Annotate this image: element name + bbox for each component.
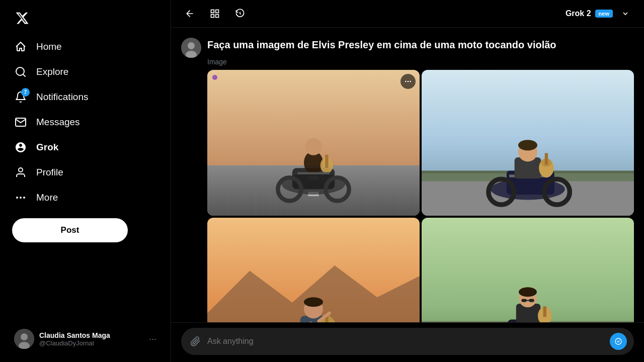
svg-point-29 (408, 81, 409, 82)
person-icon (14, 166, 27, 179)
post-button[interactable]: Post (12, 218, 128, 242)
ask-input[interactable] (207, 337, 605, 346)
image-grid: em Las Vegas (207, 70, 634, 322)
input-bar (171, 322, 644, 362)
svg-rect-70 (529, 299, 534, 302)
sidebar-item-grok[interactable]: Grok (8, 136, 163, 159)
image-label: Image (207, 58, 634, 66)
send-button[interactable] (610, 333, 627, 350)
attach-button[interactable] (188, 334, 202, 348)
sidebar-item-profile[interactable]: Profile (8, 161, 163, 184)
image-cell-3: em Las Vegas (207, 218, 420, 322)
sidebar-item-notifications[interactable]: 7 Notifications (8, 85, 163, 109)
main-content: Grok 2 new Faça uma imagem de Elvis Pres… (171, 0, 644, 362)
back-button[interactable] (181, 5, 198, 22)
sidebar-item-more[interactable]: More (8, 186, 163, 209)
history-button[interactable] (231, 5, 249, 22)
image-cell-4: tocando piano (422, 218, 634, 322)
sidebar-item-grok-label: Grok (36, 142, 58, 153)
sidebar-item-explore-label: Explore (36, 66, 68, 77)
svg-point-2 (20, 197, 21, 198)
svg-point-30 (410, 81, 411, 82)
sidebar-item-home[interactable]: Home (8, 35, 163, 58)
image-1-menu-button[interactable] (400, 74, 416, 89)
message-row: Faça uma imagem de Elvis Presley em cima… (181, 38, 634, 322)
svg-point-13 (188, 42, 195, 49)
x-logo[interactable] (10, 6, 34, 30)
svg-rect-74 (543, 306, 546, 317)
grok-icon (14, 141, 27, 154)
message-text: Faça uma imagem de Elvis Presley em cima… (207, 38, 634, 52)
sidebar-item-more-label: More (36, 192, 58, 203)
input-container (181, 328, 634, 355)
more-icon (14, 191, 27, 204)
user-name: Claudia Santos Maga (39, 331, 144, 339)
sidebar-item-messages-label: Messages (36, 117, 80, 128)
svg-rect-26 (325, 155, 328, 168)
top-bar-right: Grok 2 new (566, 5, 634, 22)
svg-rect-10 (211, 15, 214, 18)
svg-point-4 (17, 197, 18, 198)
svg-point-28 (405, 81, 407, 82)
image-cell-1 (207, 70, 420, 216)
image-cell-2 (422, 70, 634, 216)
new-badge: new (595, 10, 613, 18)
message-avatar (181, 38, 201, 58)
sidebar: Home Explore 7 Notifications Messages Gr… (0, 0, 171, 362)
svg-point-24 (305, 138, 322, 155)
sidebar-item-explore[interactable]: Explore (8, 60, 163, 83)
svg-point-42 (518, 140, 537, 150)
svg-rect-45 (545, 153, 548, 165)
svg-point-72 (519, 287, 537, 297)
svg-rect-9 (216, 10, 219, 13)
svg-point-3 (24, 197, 25, 198)
top-bar: Grok 2 new (171, 0, 644, 28)
notifications-badge: 7 (21, 88, 30, 97)
user-handle: @ClaudiaDyJornal (39, 339, 144, 347)
message-body: Faça uma imagem de Elvis Presley em cima… (207, 38, 634, 322)
layout-button[interactable] (206, 5, 223, 22)
avatar (14, 329, 34, 349)
user-info: Claudia Santos Maga @ClaudiaDyJornal (39, 331, 144, 347)
user-profile-section[interactable]: Claudia Santos Maga @ClaudiaDyJornal ··· (8, 324, 163, 354)
grok-title: Grok 2 (566, 9, 591, 18)
sidebar-item-notifications-label: Notifications (36, 92, 89, 103)
svg-rect-8 (211, 10, 214, 13)
home-icon (14, 40, 27, 53)
sidebar-item-profile-label: Profile (36, 167, 63, 178)
svg-rect-11 (216, 15, 219, 18)
svg-point-53 (304, 297, 323, 307)
sidebar-item-messages[interactable]: Messages (8, 111, 163, 134)
svg-point-6 (21, 333, 28, 340)
top-bar-left (181, 5, 249, 22)
chat-area: Faça uma imagem de Elvis Presley em cima… (171, 28, 644, 322)
mail-icon (14, 116, 27, 129)
bell-icon: 7 (14, 90, 27, 104)
search-icon (14, 65, 27, 78)
grok-version-dropdown[interactable] (617, 5, 634, 22)
svg-point-1 (19, 168, 23, 172)
sidebar-item-home-label: Home (36, 41, 62, 52)
svg-rect-69 (521, 299, 527, 302)
user-more-button[interactable]: ··· (149, 334, 156, 344)
image-1-dot (212, 75, 217, 80)
